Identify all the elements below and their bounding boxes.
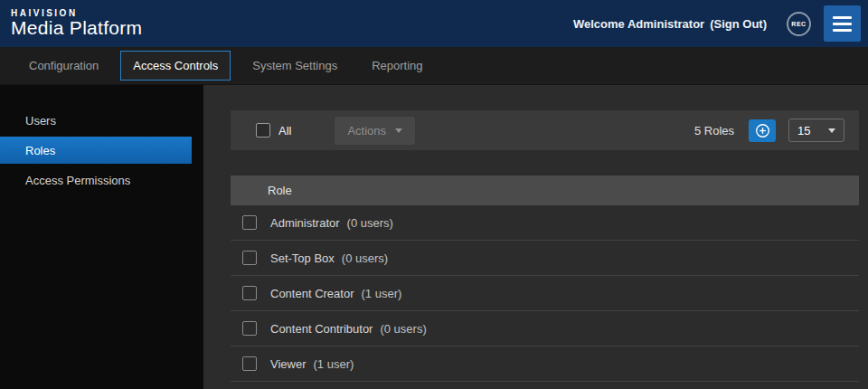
main-nav-tabbar: Configuration Access Controls System Set… <box>0 47 868 85</box>
page-size-value: 15 <box>797 124 810 138</box>
actions-label: Actions <box>347 124 386 138</box>
row-checkbox[interactable] <box>242 215 257 230</box>
sidebar-item-roles[interactable]: Roles <box>0 137 192 164</box>
hamburger-menu-icon[interactable] <box>824 5 861 42</box>
table-row-content-creator[interactable]: Content Creator (1 user) <box>231 276 859 311</box>
top-header: HAIVISION Media Platform Welcome Adminis… <box>0 0 868 47</box>
page-size-dropdown[interactable]: 15 <box>788 119 844 142</box>
sign-out-link[interactable]: (Sign Out) <box>710 17 767 31</box>
roles-count-label: 5 Roles <box>694 124 734 138</box>
table-row-content-contributor[interactable]: Content Contributor (0 users) <box>231 311 859 346</box>
row-checkbox[interactable] <box>242 251 257 265</box>
row-checkbox[interactable] <box>242 286 257 300</box>
role-user-count: (0 users) <box>347 216 393 230</box>
role-name: Set-Top Box <box>270 251 335 265</box>
app-window: HAIVISION Media Platform Welcome Adminis… <box>0 0 868 389</box>
role-name: Viewer <box>270 357 307 371</box>
tab-reporting[interactable]: Reporting <box>359 51 435 81</box>
roles-table: Role Administrator (0 users) Set-Top Box… <box>231 176 859 382</box>
role-user-count: (1 user) <box>314 357 354 371</box>
role-user-count: (0 users) <box>380 322 426 336</box>
sidebar: Users Roles Access Permissions <box>0 85 203 389</box>
brand-logo: HAIVISION Media Platform <box>11 9 142 39</box>
content-body: Users Roles Access Permissions All Actio… <box>0 85 868 389</box>
tab-access-controls[interactable]: Access Controls <box>120 51 231 81</box>
welcome-text: Welcome Administrator <box>573 17 704 31</box>
chevron-down-icon <box>395 128 402 133</box>
add-role-button[interactable] <box>749 119 776 142</box>
tab-system-settings[interactable]: System Settings <box>240 51 350 81</box>
chevron-down-icon <box>828 128 835 133</box>
role-user-count: (0 users) <box>342 251 388 265</box>
select-all-label: All <box>278 124 291 138</box>
table-row-administrator[interactable]: Administrator (0 users) <box>231 205 859 241</box>
welcome-area: Welcome Administrator (Sign Out) <box>573 17 767 31</box>
role-name: Administrator <box>270 216 340 230</box>
role-name: Content Contributor <box>270 322 373 336</box>
role-user-count: (1 user) <box>362 287 402 300</box>
sidebar-item-access-permissions[interactable]: Access Permissions <box>0 166 203 194</box>
plus-circle-icon <box>755 123 770 138</box>
rec-badge[interactable]: REC <box>787 12 811 36</box>
product-name: Media Platform <box>11 18 142 38</box>
main-panel: All Actions 5 Roles 15 <box>203 85 868 389</box>
role-name: Content Creator <box>270 287 354 300</box>
tab-configuration[interactable]: Configuration <box>16 51 111 81</box>
row-checkbox[interactable] <box>242 321 257 336</box>
sidebar-item-users[interactable]: Users <box>0 107 203 134</box>
toolbar: All Actions 5 Roles 15 <box>231 110 859 150</box>
table-header-role: Role <box>231 176 859 205</box>
table-row-viewer[interactable]: Viewer (1 user) <box>231 346 859 382</box>
row-checkbox[interactable] <box>242 356 257 371</box>
table-row-set-top-box[interactable]: Set-Top Box (0 users) <box>231 241 859 276</box>
actions-dropdown-button[interactable]: Actions <box>335 117 415 145</box>
select-all-checkbox[interactable] <box>256 123 270 138</box>
